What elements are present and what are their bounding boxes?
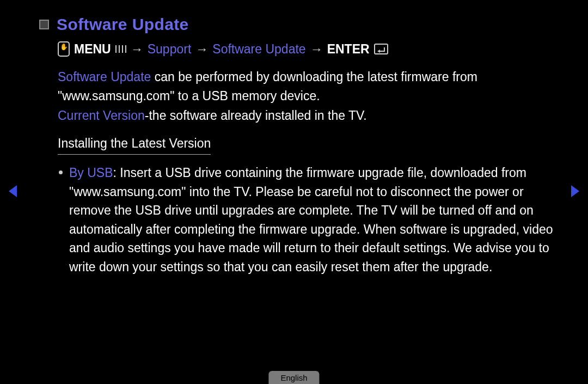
path-support: Support [148,42,192,57]
path-enter-label: ENTER [327,42,370,57]
current-version-label: Current Version [58,108,145,123]
current-version-paragraph: Current Version-the software already ins… [58,106,561,125]
bullet-text: By USB: Insert a USB drive containing th… [69,163,561,276]
language-tab[interactable]: English [268,371,319,384]
section-box-icon [39,20,49,29]
intro-paragraph: Software Update can be performed by down… [58,68,561,105]
bullet-item: By USB: Insert a USB drive containing th… [59,163,561,276]
page-title: Software Update [57,15,189,34]
nav-prev-button[interactable] [9,185,17,197]
intro-label: Software Update [58,70,151,84]
enter-icon [374,44,388,54]
path-arrow-icon: → [310,42,323,57]
bullet-body: : Insert a USB drive containing the firm… [69,166,553,274]
current-version-text: -the software already installed in the T… [145,108,367,123]
path-software-update: Software Update [212,42,305,57]
bullet-dot-icon [59,170,63,174]
section-subheading: Installing the Latest Version [58,134,211,155]
path-menu-label: MENU [74,42,111,57]
menu-path: ✋ MENU → Support → Software Update → ENT… [58,41,561,57]
path-arrow-icon: → [131,42,143,57]
bullet-label: By USB [69,166,113,180]
body-text: Software Update can be performed by down… [58,68,561,276]
nav-next-button[interactable] [571,185,579,197]
manual-page-content: Software Update ✋ MENU → Support → Softw… [39,15,561,276]
heading-row: Software Update [39,15,561,34]
menu-bars-icon [115,45,126,53]
remote-icon: ✋ [58,41,70,57]
path-arrow-icon: → [195,42,208,57]
